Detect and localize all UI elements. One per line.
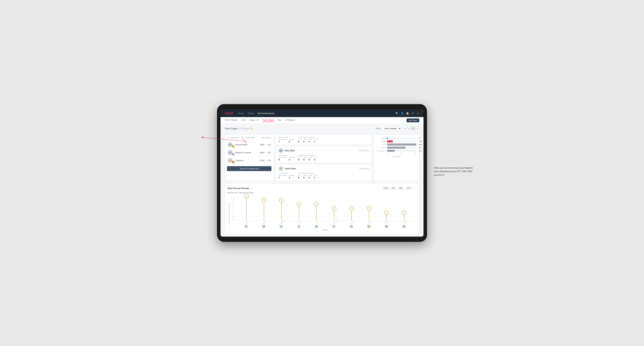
streak-line-coles bbox=[299, 204, 299, 220]
bar-fill-dbogeys bbox=[387, 150, 395, 152]
player-label-miller: M. Miller MM bbox=[366, 222, 372, 228]
streak-bubble-billingham: 6x bbox=[279, 198, 284, 202]
nav-bar: clippd Home Teams My Performance 🔍 👤 🔔 ⚙… bbox=[220, 109, 424, 117]
filter-ott[interactable]: OTT bbox=[383, 187, 390, 190]
col-player-name: PLAYER NAME bbox=[228, 137, 239, 139]
add-team-button[interactable]: Add Team bbox=[406, 119, 419, 122]
player-label-mcharg: B. McHarg BM bbox=[261, 222, 266, 228]
ott-label: OTT bbox=[298, 139, 301, 140]
streaks-filters: OTT APP ARG PUTT ← bbox=[383, 187, 416, 190]
avatar-icon[interactable]: ● bbox=[416, 112, 419, 115]
tab-hcaps[interactable]: Hcaps 1-5 bbox=[249, 119, 259, 122]
person-icon[interactable]: 👤 bbox=[401, 112, 404, 115]
rees-name: Rees Britt bbox=[285, 149, 359, 152]
player-score-3: 17/20 bbox=[258, 159, 266, 162]
filter-putt[interactable]: PUTT bbox=[405, 187, 413, 190]
edit-icon[interactable]: ✏️ bbox=[250, 127, 253, 130]
rees-header: RB Rees Britt 02 Sep 2023 bbox=[278, 148, 369, 153]
tablet-screen: clippd Home Teams My Performance 🔍 👤 🔔 ⚙… bbox=[220, 109, 424, 237]
table-row[interactable]: CA 3 Cameron... 17/20 103 bbox=[227, 157, 272, 165]
rees-date: 02 Sep 2023 bbox=[359, 150, 369, 152]
bar-row-dbogeys: D. Bogeys + 131 bbox=[376, 150, 417, 152]
player-avg-2: 107 bbox=[266, 152, 271, 154]
practice-sub: OTT 0 APP 0 ARG 0 bbox=[298, 139, 318, 143]
settings-icon[interactable]: ⚙ bbox=[411, 112, 414, 115]
rees-rounds-group: Total Rounds Tournament 8 Practice 4 bbox=[278, 155, 294, 161]
arg-value: 0 bbox=[308, 140, 312, 143]
filter-app[interactable]: APP bbox=[390, 187, 397, 190]
avatar-coles: JC bbox=[297, 225, 301, 228]
josh-header: JC Josh Coles 26 Aug 2023 bbox=[278, 166, 369, 171]
player-card-josh: JC Josh Coles 26 Aug 2023 Total Rounds T… bbox=[276, 164, 372, 181]
streak-grid: 7x 6x 6x bbox=[234, 196, 416, 221]
team-controls: Show Last 3 months ⊞ ⊟ ☰ ⚙ bbox=[376, 127, 419, 130]
player-name-2: Edward Crossman bbox=[235, 152, 258, 154]
grid-small-icon[interactable]: ⊟ bbox=[407, 127, 411, 130]
team-summary-card: Total Rounds Tournament 7 Practice 6 bbox=[276, 135, 372, 145]
streak-line-ebert bbox=[246, 196, 246, 220]
table-header: PLAYER NAME PB SCORE PB AVG SQ bbox=[227, 137, 272, 140]
tab-pga[interactable]: PGA bbox=[241, 119, 246, 122]
arrow-indicator-icon: ← bbox=[251, 187, 253, 190]
rounds-sub: Tournament 7 Practice 6 bbox=[278, 139, 294, 143]
view-leaderboard-button[interactable]: View Full Leaderboard bbox=[227, 166, 272, 171]
filter-arrow-icon: ← bbox=[414, 187, 416, 190]
avatar-miller: MM bbox=[367, 225, 371, 228]
sub-nav: PGAT Players PGA Hcaps 1-5 Team Clippd T… bbox=[220, 117, 424, 124]
logo: clippd bbox=[225, 112, 233, 115]
tab-all-players[interactable]: All Players bbox=[285, 119, 295, 122]
app-stat: APP 0 bbox=[303, 139, 306, 143]
y-axis-ticks: 7 6 5 4 3 2 1 0 bbox=[231, 196, 234, 231]
tab-pgat-players[interactable]: PGAT Players bbox=[225, 119, 238, 122]
bar-value-dbogeys: 131 bbox=[419, 150, 422, 152]
settings-view-icon[interactable]: ⚙ bbox=[416, 127, 419, 130]
app-label: APP bbox=[303, 139, 306, 140]
axis-400: 400 bbox=[414, 153, 417, 155]
table-row[interactable]: EC 2 Edward Crossman 18/20 107 bbox=[227, 149, 272, 157]
bar-row-pars: Pars 499 bbox=[376, 144, 417, 146]
player-name-1: Richard Butler bbox=[235, 144, 258, 146]
avatar-wrapper-3: CA 3 bbox=[228, 158, 234, 163]
total-rounds-label: Total Rounds bbox=[278, 137, 294, 138]
ott-value: 0 bbox=[298, 140, 301, 143]
streak-bubble-butler: 3x bbox=[384, 210, 389, 215]
nav-teams[interactable]: Teams bbox=[248, 112, 254, 115]
bar-row-birdies: Birdies 96 bbox=[376, 140, 417, 142]
shots-chart-card: Eagles 3 Birdies 96 bbox=[374, 135, 419, 181]
practice-stat: Practice 6 bbox=[289, 139, 295, 143]
streak-bubble-crossman: 4x bbox=[332, 206, 336, 211]
period-select[interactable]: Last 3 months bbox=[382, 127, 401, 130]
search-icon[interactable]: 🔍 bbox=[396, 112, 398, 115]
bar-value-birdies: 96 bbox=[420, 141, 422, 142]
streak-line-britt bbox=[316, 204, 316, 220]
table-row[interactable]: RB 1 Richard Butler 19/20 110 bbox=[227, 141, 272, 149]
tab-team-clippd[interactable]: Team Clippd bbox=[262, 119, 274, 122]
streak-bubble-mcharg: 6x bbox=[262, 198, 266, 202]
bell-icon[interactable]: 🔔 bbox=[406, 112, 409, 115]
bar-label-birdies: Birdies bbox=[376, 141, 386, 142]
tablet-frame: clippd Home Teams My Performance 🔍 👤 🔔 ⚙… bbox=[217, 104, 427, 242]
streak-bubble-coles: 5x bbox=[296, 202, 301, 206]
filter-arg[interactable]: ARG bbox=[398, 187, 404, 190]
player-name-labels: E. Ebert EE B. McHarg BM D. Billingham D… bbox=[234, 222, 416, 228]
axis-0: 0 bbox=[387, 153, 388, 155]
avatar-billingham: DB bbox=[280, 225, 283, 228]
list-icon[interactable]: ☰ bbox=[411, 127, 415, 130]
player-label-ford: D. Ford DF bbox=[349, 222, 354, 228]
bar-value-bogeys: 311 bbox=[419, 147, 422, 149]
player-label-quick: C. Quick CQ bbox=[402, 222, 407, 228]
streak-bubble-ford: 4x bbox=[349, 206, 354, 211]
practice-value: 6 bbox=[289, 140, 295, 143]
grid-line-2 bbox=[234, 216, 416, 217]
nav-my-performance[interactable]: My Performance bbox=[258, 112, 274, 115]
player-name-3: Cameron... bbox=[235, 159, 258, 162]
tab-tour[interactable]: Tour bbox=[278, 119, 282, 122]
player-label-ebert: E. Ebert EE bbox=[244, 222, 249, 228]
nav-home[interactable]: Home bbox=[238, 112, 244, 115]
grid-large-icon[interactable]: ⊞ bbox=[403, 127, 407, 130]
bar-track-birdies: 96 bbox=[387, 140, 417, 142]
bar-track-dbogeys: 131 bbox=[387, 150, 417, 152]
arg-stat: ARG 0 bbox=[308, 139, 312, 143]
josh-date: 26 Aug 2023 bbox=[359, 168, 369, 170]
avatar-quick: CQ bbox=[402, 225, 406, 228]
